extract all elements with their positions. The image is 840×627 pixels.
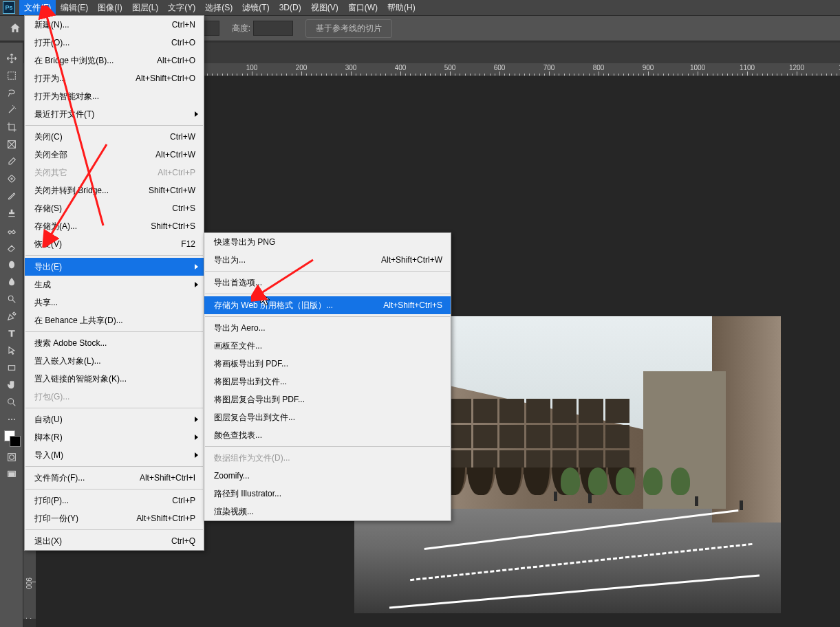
export-menu-item-5[interactable]: 存储为 Web 所用格式（旧版）...Alt+Shift+Ctrl+S — [204, 296, 451, 314]
export-menu-item-8[interactable]: 画板至文件... — [204, 337, 451, 355]
slice-from-guides-button[interactable]: 基于参考线的切片 — [305, 19, 392, 38]
file-menu-item-25[interactable]: 自动(U) — [25, 410, 204, 428]
menu-select[interactable]: 选择(S) — [200, 0, 237, 16]
frame-tool-icon[interactable] — [0, 135, 23, 153]
file-menu-item-26[interactable]: 脚本(R) — [25, 428, 204, 446]
height-field[interactable]: 高度: — [232, 21, 293, 36]
file-menu-item-18[interactable]: 在 Behance 上共享(D)... — [25, 311, 204, 329]
rectangle-tool-icon[interactable] — [0, 359, 23, 376]
menu-item-shortcut: Shift+Ctrl+S — [151, 221, 195, 231]
menu-item-shortcut: Alt+Ctrl+O — [157, 56, 195, 65]
menu-item-label: 关闭全部 — [34, 149, 67, 161]
file-menu-item-17[interactable]: 共享... — [25, 294, 204, 311]
export-menu-item-13[interactable]: 颜色查找表... — [204, 426, 451, 444]
eraser-tool-icon[interactable] — [0, 239, 23, 256]
heal-tool-icon[interactable] — [0, 170, 23, 187]
quick-mask-icon[interactable] — [0, 448, 23, 465]
marquee-tool-icon[interactable] — [0, 67, 23, 84]
menu-item-shortcut: Alt+Shift+Ctrl+W — [381, 255, 442, 265]
file-menu-item-15[interactable]: 导出(E) — [25, 258, 204, 276]
path-select-tool-icon[interactable] — [0, 342, 23, 359]
gradient-tool-icon[interactable] — [0, 256, 23, 273]
home-icon[interactable] — [6, 19, 25, 38]
file-menu-item-32[interactable]: 打印一份(Y)Alt+Shift+Ctrl+P — [25, 509, 204, 527]
blur-tool-icon[interactable] — [0, 273, 23, 290]
menu-edit[interactable]: 编辑(E) — [56, 0, 93, 16]
crop-tool-icon[interactable] — [0, 118, 23, 135]
menu-item-label: 新建(N)... — [34, 19, 69, 31]
file-menu-item-11[interactable]: 存储(S)Ctrl+S — [25, 199, 204, 217]
stamp-tool-icon[interactable] — [0, 204, 23, 221]
file-menu-item-20[interactable]: 搜索 Adobe Stock... — [25, 334, 204, 352]
submenu-arrow-icon — [195, 111, 198, 117]
export-menu-item-11[interactable]: 将图层复合导出到 PDF... — [204, 390, 451, 408]
move-tool-icon[interactable] — [0, 50, 23, 67]
export-menu-item-9[interactable]: 将画板导出到 PDF... — [204, 355, 451, 373]
history-brush-tool-icon[interactable] — [0, 221, 23, 239]
screen-mode-icon[interactable] — [0, 465, 23, 483]
pen-tool-icon[interactable] — [0, 307, 23, 324]
eyedropper-tool-icon[interactable] — [0, 153, 23, 170]
zoom-tool-icon[interactable] — [0, 393, 23, 410]
menu-type[interactable]: 文字(Y) — [163, 0, 200, 16]
file-menu-item-16[interactable]: 生成 — [25, 276, 204, 294]
file-menu-item-22[interactable]: 置入链接的智能对象(K)... — [25, 370, 204, 388]
wand-tool-icon[interactable] — [0, 101, 23, 118]
menu-item-shortcut: Alt+Ctrl+P — [158, 168, 195, 177]
export-menu-item-12[interactable]: 图层复合导出到文件... — [204, 408, 451, 426]
file-menu-item-1[interactable]: 打开(O)...Ctrl+O — [25, 34, 204, 52]
export-menu-item-0[interactable]: 快速导出为 PNG — [204, 233, 451, 251]
file-menu-item-7[interactable]: 关闭(C)Ctrl+W — [25, 128, 204, 146]
export-menu-item-17[interactable]: 路径到 Illustrator... — [204, 485, 451, 503]
file-menu-item-8[interactable]: 关闭全部Alt+Ctrl+W — [25, 146, 204, 164]
hand-tool-icon[interactable] — [0, 376, 23, 393]
brush-tool-icon[interactable] — [0, 187, 23, 204]
menu-file[interactable]: 文件(F) — [19, 0, 56, 16]
file-menu-item-34[interactable]: 退出(X)Ctrl+Q — [25, 532, 204, 550]
file-menu-item-10[interactable]: 关闭并转到 Bridge...Shift+Ctrl+W — [25, 182, 204, 199]
color-swatches-icon[interactable] — [0, 428, 23, 448]
file-menu-item-21[interactable]: 置入嵌入对象(L)... — [25, 352, 204, 370]
file-menu-item-12[interactable]: 存储为(A)...Shift+Ctrl+S — [25, 217, 204, 235]
menu-window[interactable]: 窗口(W) — [343, 0, 383, 16]
file-menu-item-0[interactable]: 新建(N)...Ctrl+N — [25, 16, 204, 34]
file-menu-item-3[interactable]: 打开为...Alt+Shift+Ctrl+O — [25, 69, 204, 87]
menu-image[interactable]: 图像(I) — [93, 0, 127, 16]
menu-3d[interactable]: 3D(D) — [274, 1, 306, 14]
file-menu-item-29[interactable]: 文件简介(F)...Alt+Shift+Ctrl+I — [25, 469, 204, 487]
menu-item-label: 生成 — [34, 279, 51, 291]
menu-item-label: 导出(E) — [34, 261, 62, 273]
type-tool-icon[interactable] — [0, 324, 23, 342]
menu-help[interactable]: 帮助(H) — [383, 0, 420, 16]
export-menu-item-7[interactable]: 导出为 Aero... — [204, 319, 451, 337]
file-menu-item-13[interactable]: 恢复(V)F12 — [25, 235, 204, 253]
ps-logo-icon — [3, 1, 15, 14]
lasso-tool-icon[interactable] — [0, 84, 23, 101]
file-menu-item-5[interactable]: 最近打开文件(T) — [25, 105, 204, 123]
export-menu-item-18[interactable]: 渲染视频... — [204, 503, 451, 520]
menu-item-label: 导出为... — [214, 254, 246, 266]
export-menu-item-10[interactable]: 将图层导出到文件... — [204, 373, 451, 390]
menu-item-shortcut: Alt+Shift+Ctrl+O — [136, 74, 195, 83]
menu-item-label: 颜色查找表... — [214, 430, 262, 441]
menu-item-label: 关闭并转到 Bridge... — [34, 185, 109, 197]
submenu-arrow-icon — [195, 434, 198, 440]
export-menu-item-3[interactable]: 导出首选项... — [204, 274, 451, 292]
menu-item-label: 打开(O)... — [34, 37, 69, 49]
export-menu-item-16[interactable]: Zoomify... — [204, 467, 451, 485]
menu-filter[interactable]: 滤镜(T) — [237, 0, 274, 16]
height-label: 高度: — [232, 23, 250, 34]
menu-item-label: 最近打开文件(T) — [34, 109, 94, 120]
file-menu-item-31[interactable]: 打印(P)...Ctrl+P — [25, 492, 204, 509]
menu-item-shortcut: Alt+Ctrl+W — [155, 150, 195, 160]
file-menu-item-2[interactable]: 在 Bridge 中浏览(B)...Alt+Ctrl+O — [25, 52, 204, 69]
edit-toolbar-icon[interactable] — [0, 410, 23, 428]
svg-point-7 — [11, 419, 12, 420]
file-menu-item-4[interactable]: 打开为智能对象... — [25, 87, 204, 105]
dodge-tool-icon[interactable] — [0, 290, 23, 307]
export-menu-item-1[interactable]: 导出为...Alt+Shift+Ctrl+W — [204, 251, 451, 269]
menu-item-label: 在 Behance 上共享(D)... — [34, 315, 123, 327]
menu-view[interactable]: 视图(V) — [306, 0, 343, 16]
menu-layer[interactable]: 图层(L) — [127, 0, 164, 16]
file-menu-item-27[interactable]: 导入(M) — [25, 446, 204, 464]
